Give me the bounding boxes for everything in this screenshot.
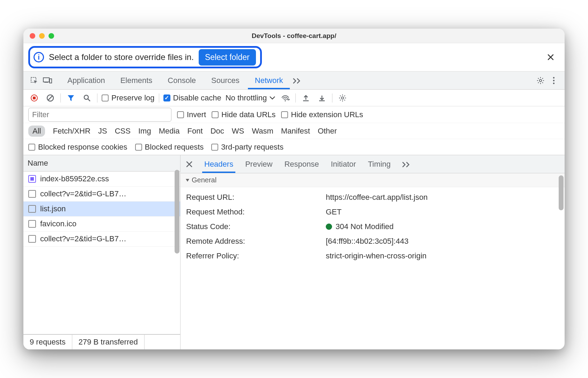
blocked-cookies-checkbox[interactable]: Blocked response cookies <box>28 143 127 152</box>
inspect-element-icon[interactable] <box>28 75 40 86</box>
value: [64:ff9b::4b02:3c05]:443 <box>326 237 409 246</box>
hide-data-urls-checkbox[interactable]: Hide data URLs <box>212 110 275 119</box>
hide-data-label: Hide data URLs <box>221 110 275 119</box>
scrollbar-thumb[interactable] <box>559 175 564 210</box>
detail-tab-headers[interactable]: Headers <box>202 156 235 173</box>
detail-tab-initiator[interactable]: Initiator <box>329 156 358 173</box>
blocked-requests-label: Blocked requests <box>145 143 204 152</box>
throttling-value: No throttling <box>226 93 267 103</box>
section-general[interactable]: General <box>181 173 565 187</box>
request-name: collect?v=2&tid=G-LB7… <box>40 189 126 198</box>
window-title: DevTools - coffee-cart.app/ <box>23 32 565 40</box>
type-media[interactable]: Media <box>159 127 180 136</box>
svg-line-11 <box>48 96 52 100</box>
disclosure-triangle-icon <box>185 178 190 182</box>
svg-point-6 <box>553 80 554 81</box>
request-name: index-b859522e.css <box>40 174 109 183</box>
checkbox-icon <box>102 94 109 101</box>
svg-rect-3 <box>50 79 52 83</box>
filter-toggle-icon[interactable] <box>65 92 77 104</box>
type-ws[interactable]: WS <box>232 127 244 136</box>
svg-rect-9 <box>33 97 36 99</box>
hide-ext-label: Hide extension URLs <box>291 110 363 119</box>
tab-console[interactable]: Console <box>161 72 203 89</box>
network-toolbar: Preserve log Disable cache No throttling <box>23 90 565 106</box>
request-name: favicon.ico <box>40 219 76 228</box>
label: Status Code: <box>186 222 326 231</box>
type-img[interactable]: Img <box>138 127 151 136</box>
tab-sources[interactable]: Sources <box>204 72 247 89</box>
checkbox-icon <box>281 111 288 118</box>
type-doc[interactable]: Doc <box>211 127 224 136</box>
type-js[interactable]: JS <box>98 127 107 136</box>
value: 304 Not Modified <box>326 222 394 231</box>
document-icon <box>28 190 36 198</box>
row-request-url: Request URL: https://coffee-cart.app/lis… <box>186 190 559 205</box>
type-css[interactable]: CSS <box>115 127 131 136</box>
record-button[interactable] <box>28 92 40 104</box>
infobar-message: Select a folder to store override files … <box>49 52 194 62</box>
detail-tab-timing[interactable]: Timing <box>366 156 393 173</box>
svg-point-12 <box>84 95 88 99</box>
divider <box>295 93 296 103</box>
more-options-icon[interactable] <box>548 75 560 86</box>
invert-checkbox[interactable]: Invert <box>177 110 206 119</box>
device-toolbar-icon[interactable] <box>42 75 53 86</box>
filter-row: Invert Hide data URLs Hide extension URL… <box>23 106 565 123</box>
request-row[interactable]: collect?v=2&tid=G-LB7… <box>23 232 180 247</box>
type-wasm[interactable]: Wasm <box>252 127 273 136</box>
infobar-close-button[interactable] <box>544 51 557 63</box>
checkbox-icon <box>211 144 218 151</box>
request-row[interactable]: favicon.ico <box>23 217 180 232</box>
hide-extension-urls-checkbox[interactable]: Hide extension URLs <box>281 110 363 119</box>
request-row[interactable]: collect?v=2&tid=G-LB7… <box>23 187 180 202</box>
network-conditions-icon[interactable] <box>279 92 291 104</box>
type-manifest[interactable]: Manifest <box>281 127 310 136</box>
close-detail-button[interactable] <box>184 161 194 167</box>
tab-elements[interactable]: Elements <box>113 72 160 89</box>
column-header-name[interactable]: Name <box>23 155 180 172</box>
type-fetch-xhr[interactable]: Fetch/XHR <box>53 127 90 136</box>
third-party-checkbox[interactable]: 3rd-party requests <box>211 143 284 152</box>
settings-icon[interactable] <box>535 75 546 86</box>
status-bar: 9 requests 279 B transferred <box>23 334 180 349</box>
svg-rect-2 <box>44 82 48 83</box>
split-view: Name index-b859522e.css collect?v=2&tid=… <box>23 155 565 349</box>
svg-point-14 <box>285 100 286 101</box>
request-row[interactable]: list.json <box>23 202 180 217</box>
filter-input[interactable] <box>28 108 171 122</box>
blocked-requests-checkbox[interactable]: Blocked requests <box>135 143 204 152</box>
divider <box>97 93 97 103</box>
detail-tab-response[interactable]: Response <box>282 156 321 173</box>
value: GET <box>326 207 341 217</box>
more-tabs-icon[interactable] <box>291 75 303 86</box>
override-infobar: i Select a folder to store override file… <box>28 46 262 68</box>
type-font[interactable]: Font <box>188 127 203 136</box>
type-other[interactable]: Other <box>318 127 337 136</box>
svg-point-16 <box>288 99 289 100</box>
type-all[interactable]: All <box>28 126 45 137</box>
preserve-log-label: Preserve log <box>111 93 155 103</box>
search-icon[interactable] <box>81 92 93 104</box>
disable-cache-checkbox[interactable]: Disable cache <box>163 93 221 103</box>
devtools-window: DevTools - coffee-cart.app/ i Select a f… <box>23 29 565 349</box>
options-row: Blocked response cookies Blocked request… <box>23 139 565 155</box>
network-settings-icon[interactable] <box>337 92 348 104</box>
tab-application[interactable]: Application <box>60 72 112 89</box>
throttling-select[interactable]: No throttling <box>226 93 275 103</box>
preserve-log-checkbox[interactable]: Preserve log <box>102 93 155 103</box>
type-filter-row: All Fetch/XHR JS CSS Img Media Font Doc … <box>23 123 565 139</box>
detail-tab-preview[interactable]: Preview <box>243 156 274 173</box>
download-har-icon[interactable] <box>316 92 328 104</box>
clear-button[interactable] <box>44 92 56 104</box>
divider <box>60 93 61 103</box>
request-row[interactable]: index-b859522e.css <box>23 172 180 187</box>
row-remote-address: Remote Address: [64:ff9b::4b02:3c05]:443 <box>186 234 559 249</box>
more-detail-tabs-icon[interactable] <box>400 158 412 170</box>
svg-point-17 <box>341 97 344 99</box>
section-general-label: General <box>192 176 216 184</box>
tab-network[interactable]: Network <box>248 72 290 89</box>
scrollbar-thumb[interactable] <box>175 170 179 254</box>
select-folder-button[interactable]: Select folder <box>199 49 256 66</box>
upload-har-icon[interactable] <box>300 92 312 104</box>
